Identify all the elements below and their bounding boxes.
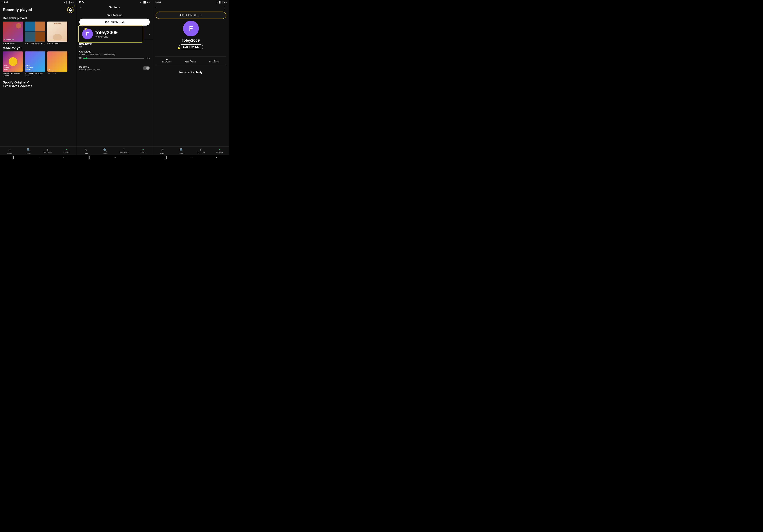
profile-page-name: foley2009 — [182, 38, 200, 43]
crossfade-sub: Allows you to crossfade between songs — [79, 53, 150, 56]
stat-followers-label: FOLLOWERS — [185, 61, 196, 63]
yellow-dot-p3 — [178, 47, 180, 50]
recent-card-hot-country[interactable]: HOT COUNTRY ▦ Hot Country — [3, 22, 23, 45]
recent-card-top40[interactable]: ▦ Top 40 Country So... — [25, 22, 45, 45]
home-circle-2[interactable]: ○ — [114, 156, 116, 159]
library-icon-2: ⫶ — [123, 148, 125, 151]
profile-page-content: F foley2009 EDIT PROFILE 0 PLAYLISTS 0 F… — [153, 21, 229, 74]
profile-scroll[interactable]: F foley2009 EDIT PROFILE 0 PLAYLISTS 0 F… — [153, 21, 229, 147]
nav-home-label-1: Home — [7, 152, 12, 154]
home-header: Recently played — [0, 4, 76, 15]
nav-home-2[interactable]: ⌂ Home — [76, 148, 96, 154]
weekly-label: YourDiscoverWeekly — [26, 65, 33, 70]
nav-premium-label-3: Premium — [216, 152, 223, 153]
zoomed-profile-overlay: F foley2009 View Profile — [78, 25, 143, 43]
time-3: 10:34 — [155, 1, 161, 4]
nav-library-1[interactable]: ⫶ Your Library — [38, 148, 57, 154]
profile-avatar-large: F — [183, 21, 199, 37]
account-label: Free Account — [79, 14, 150, 17]
no-activity-text: No recent activity — [179, 71, 202, 74]
nav-home-1[interactable]: ⌂ Home — [0, 148, 19, 154]
search-icon-1: 🔍 — [27, 148, 31, 152]
toggle-knob — [146, 66, 150, 70]
made-name-third: Sam... Bro... — [47, 72, 67, 74]
data-saver-value: Off — [79, 46, 150, 48]
recents-icon-2[interactable]: ||| — [88, 156, 90, 159]
made-card-rewind[interactable]: YourSummerRewind Time for Your Summer Re… — [3, 52, 23, 77]
edit-profile-button[interactable]: EDIT PROFILE — [179, 45, 203, 50]
nav-premium-2[interactable]: ✦ Premium — [134, 148, 153, 154]
recents-icon-1[interactable]: ||| — [12, 156, 14, 159]
nav-library-label-1: Your Library — [44, 152, 52, 153]
stat-playlists: 0 PLAYLISTS — [163, 58, 172, 63]
profile-page-header: ← ⋮ — [153, 4, 229, 12]
data-saver-label: Data Saver — [79, 43, 150, 45]
panel-profile: 10:34 ▲ ▐▐▐ 52% ← ⋮ EDIT PROFILE F foley… — [153, 0, 229, 160]
premium-icon-1: ✦ — [65, 148, 68, 151]
crossfade-slider[interactable] — [83, 58, 144, 58]
bottom-nav-3: ⌂ Home 🔍 Search ⫶ Your Library ✦ Premium — [153, 147, 229, 155]
battery-icon-2: 52% — [147, 1, 150, 3]
nav-premium-label-2: Premium — [140, 152, 146, 153]
back-button-profile[interactable]: ← — [156, 6, 159, 9]
made-card-weekly[interactable]: YourDiscoverWeekly Your weekly mixtape o… — [25, 52, 45, 77]
home-circle-1[interactable]: ○ — [38, 156, 39, 159]
status-bar-1: 10:33 ▲ ▐▐▐ 52% — [0, 0, 76, 4]
nav-search-1[interactable]: 🔍 Search — [19, 148, 38, 154]
nav-search-3[interactable]: 🔍 Search — [172, 148, 191, 154]
time-1: 10:33 — [2, 1, 8, 4]
nav-premium-1[interactable]: ✦ Premium — [57, 148, 76, 154]
gapless-toggle[interactable] — [143, 66, 150, 70]
nav-library-label-3: Your Library — [196, 152, 205, 153]
recents-icon-3[interactable]: ||| — [165, 156, 167, 159]
recently-played-title: Recently played — [0, 15, 76, 22]
made-for-you-row: YourSummerRewind Time for Your Summer Re… — [0, 52, 76, 77]
sun-circle — [9, 57, 17, 66]
slider-thumb — [86, 57, 87, 59]
back-arrow-1[interactable]: ‹ — [63, 156, 64, 159]
made-thumb-third: Yo... — [47, 52, 67, 71]
thumb-baby: Baby Sleep — [47, 22, 67, 42]
home-scroll[interactable]: Recently played Recently played HOT COUN… — [0, 4, 76, 147]
stat-following: 0 FOLLOWING — [209, 58, 220, 63]
gapless-sub: Allows gapless playback — [79, 68, 100, 70]
more-options-button[interactable]: ⋮ — [223, 6, 226, 10]
battery-icon: 52% — [70, 1, 74, 3]
zoom-profile-info: foley2009 View Profile — [95, 30, 118, 38]
signal-icon-2: ▐▐▐ — [142, 1, 146, 3]
edit-profile-highlight-btn[interactable]: EDIT PROFILE — [156, 12, 226, 19]
gapless-label: Gapless — [79, 65, 100, 68]
crossfade-label: Crossfade — [79, 50, 150, 53]
nav-library-2[interactable]: ⫶ Your Library — [115, 148, 134, 154]
gear-button[interactable] — [67, 7, 73, 13]
stat-followers: 0 FOLLOWERS — [185, 58, 196, 63]
home-circle-3[interactable]: ○ — [191, 156, 192, 159]
status-bar-2: 10:34 ▲ ▐▐▐ 52% — [76, 0, 153, 4]
nav-library-3[interactable]: ⫶ Your Library — [191, 148, 210, 154]
profile-stats: 0 PLAYLISTS 0 FOLLOWERS 0 FOLLOWING — [156, 56, 226, 65]
zoom-avatar: F — [82, 29, 93, 39]
nav-home-3[interactable]: ⌂ Home — [153, 148, 172, 154]
back-arrow-sys-2[interactable]: ‹ — [140, 156, 141, 159]
nav-premium-3[interactable]: ✦ Premium — [210, 148, 229, 154]
gear-icon — [68, 8, 72, 12]
spotify-original-title: Spotify Original &Exclusive Podcasts — [0, 79, 76, 89]
recent-card-baby[interactable]: Baby Sleep ▦ Baby Sleep — [47, 22, 67, 45]
status-icons-3: ▲ ▐▐▐ 52% — [216, 1, 227, 3]
search-icon-3: 🔍 — [179, 148, 183, 152]
home-icon-3: ⌂ — [162, 148, 163, 152]
home-icon-1: ⌂ — [9, 148, 11, 152]
nav-search-label-1: Search — [26, 153, 31, 154]
back-button-settings[interactable]: ← — [79, 6, 82, 9]
go-premium-button[interactable]: GO PREMIUM — [79, 19, 150, 26]
crossfade-val: Off — [79, 57, 82, 59]
status-icons-2: ▲ ▐▐▐ 52% — [140, 1, 150, 3]
nav-search-2[interactable]: 🔍 Search — [96, 148, 115, 154]
settings-header: ← Settings — [76, 4, 153, 11]
home-icon-2: ⌂ — [85, 148, 87, 152]
made-thumb-rewind: YourSummerRewind — [3, 52, 23, 71]
settings-title: Settings — [109, 6, 120, 9]
back-arrow-sys-3[interactable]: ‹ — [216, 156, 217, 159]
library-icon-3: ⫶ — [200, 148, 201, 151]
made-card-third[interactable]: Yo... Sam... Bro... — [47, 52, 67, 77]
